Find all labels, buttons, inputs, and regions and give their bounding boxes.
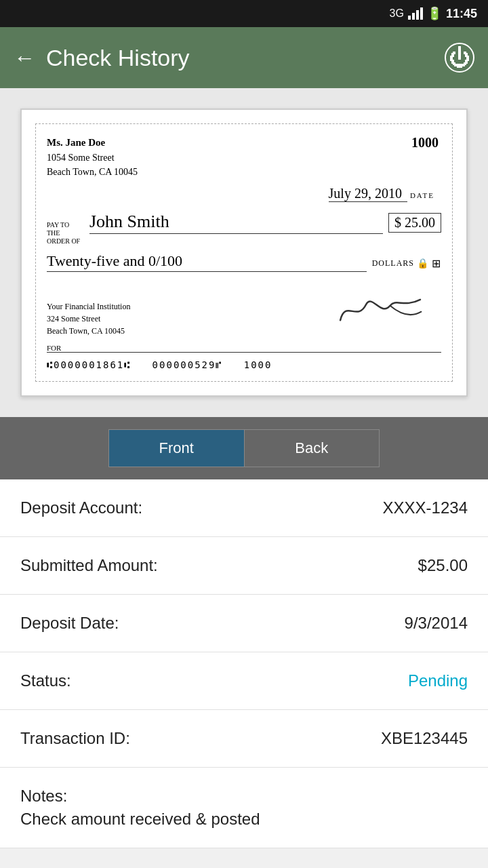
- notes-value: Check amount received & posted: [20, 810, 260, 829]
- written-amount-row: Twenty-five and 0/100 DOLLARS 🔒 ⊞: [47, 252, 441, 272]
- notes-row: Notes: Check amount received & posted: [0, 768, 488, 848]
- payer-address1: 1054 Some Street: [47, 151, 138, 165]
- check-image: Ms. Jane Doe 1054 Some Street Beach Town…: [20, 108, 468, 397]
- app-bar-left: ← Check History: [14, 45, 190, 71]
- power-button[interactable]: ⏻: [445, 43, 474, 73]
- transaction-id-value: XBE123445: [381, 729, 468, 748]
- app-bar: ← Check History ⏻: [0, 27, 488, 88]
- payer-address2: Beach Town, CA 10045: [47, 165, 138, 179]
- check-image-area: Ms. Jane Doe 1054 Some Street Beach Town…: [0, 88, 488, 417]
- routing-number: ⑆0000001861⑆: [47, 359, 131, 370]
- transaction-id-label: Transaction ID:: [20, 729, 130, 748]
- for-label: FOR: [47, 344, 61, 352]
- date-label: DATE: [410, 191, 434, 199]
- check-date: July 29, 2010: [329, 186, 407, 202]
- bank-name: Your Financial Institution: [47, 300, 130, 313]
- account-number: 000000529⑈: [152, 359, 223, 370]
- tab-front[interactable]: Front: [109, 430, 244, 467]
- status-icons: 3G 🔋 11:45: [390, 6, 477, 21]
- notes-label: Notes:: [20, 787, 67, 806]
- battery-icon: 🔋: [427, 6, 442, 21]
- pay-to-label: PAY TO THEORDER OF: [47, 221, 84, 245]
- page-title: Check History: [46, 45, 190, 71]
- signal-icon: [408, 7, 423, 20]
- pay-to-value: John Smith: [89, 212, 383, 234]
- signature: [331, 279, 430, 341]
- bank-address1: 324 Some Street: [47, 313, 130, 325]
- submitted-amount-label: Submitted Amount:: [20, 556, 158, 575]
- payer-info: Ms. Jane Doe 1054 Some Street Beach Town…: [47, 135, 138, 179]
- bank-info: Your Financial Institution 324 Some Stre…: [47, 300, 130, 337]
- memo-row: FOR: [47, 344, 441, 353]
- check-border: Ms. Jane Doe 1054 Some Street Beach Town…: [35, 123, 453, 382]
- submitted-amount-row: Submitted Amount: $25.00: [0, 537, 488, 595]
- check-num-routing: 1000: [244, 359, 272, 370]
- written-amount: Twenty-five and 0/100: [47, 252, 367, 272]
- deposit-date-label: Deposit Date:: [20, 614, 119, 633]
- routing-row: ⑆0000001861⑆ 000000529⑈ 1000: [47, 359, 441, 370]
- front-back-tabs: Front Back: [108, 429, 380, 467]
- network-icon: 3G: [390, 7, 404, 20]
- lock-icon: 🔒: [417, 258, 429, 269]
- submitted-amount-value: $25.00: [418, 556, 468, 575]
- status-value: Pending: [408, 671, 468, 690]
- check-amount-numeric: $ 25.00: [388, 213, 441, 233]
- check-top-row: Ms. Jane Doe 1054 Some Street Beach Town…: [47, 135, 441, 179]
- deposit-account-row: Deposit Account: XXXX-1234: [0, 479, 488, 537]
- deposit-date-value: 9/3/2014: [405, 614, 468, 633]
- dollars-label: DOLLARS 🔒 ⊞: [372, 257, 441, 270]
- security-icon: ⊞: [432, 257, 441, 270]
- bank-address2: Beach Town, CA 10045: [47, 325, 130, 337]
- clock: 11:45: [446, 7, 477, 21]
- details-section: Deposit Account: XXXX-1234 Submitted Amo…: [0, 479, 488, 848]
- tab-back[interactable]: Back: [244, 430, 380, 467]
- check-middle-row: Your Financial Institution 324 Some Stre…: [47, 283, 441, 337]
- deposit-date-row: Deposit Date: 9/3/2014: [0, 595, 488, 652]
- payer-name: Ms. Jane Doe: [47, 135, 138, 151]
- status-bar: 3G 🔋 11:45: [0, 0, 488, 27]
- check-number: 1000: [411, 135, 441, 151]
- back-button[interactable]: ←: [14, 45, 35, 71]
- pay-to-row: PAY TO THEORDER OF John Smith $ 25.00: [47, 212, 441, 245]
- status-label: Status:: [20, 671, 71, 690]
- check-date-row: July 29, 2010 DATE: [47, 186, 441, 202]
- transaction-id-row: Transaction ID: XBE123445: [0, 710, 488, 768]
- status-row: Status: Pending: [0, 652, 488, 710]
- deposit-account-value: XXXX-1234: [383, 498, 468, 517]
- deposit-account-label: Deposit Account:: [20, 498, 142, 517]
- tab-bar: Front Back: [0, 417, 488, 479]
